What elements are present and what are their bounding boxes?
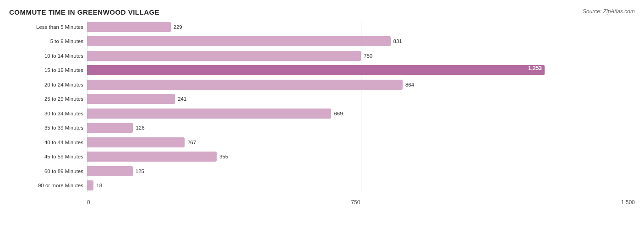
bar-row: 10 to 14 Minutes750 [9,49,635,62]
bar-label: 60 to 89 Minutes [9,168,87,174]
chart-container: COMMUTE TIME IN GREENWOOD VILLAGE Source… [0,0,644,239]
bar-fill [87,22,171,32]
bar-value: 1,253 [528,65,542,71]
bar-label: 30 to 34 Minutes [9,111,87,116]
bar-fill [87,51,361,61]
bar-track: 267 [87,136,635,149]
bar-fill [87,137,185,147]
bar-value: 267 [187,140,196,145]
x-label-0: 0 [87,199,90,206]
bar-label: 25 to 29 Minutes [9,96,87,102]
bar-value: 750 [364,53,372,59]
bar-label: 15 to 19 Minutes [9,67,87,73]
bar-fill: 1,253 [87,65,545,75]
bar-label: 40 to 44 Minutes [9,140,87,145]
bar-track: 18 [87,179,635,192]
bar-fill [87,94,175,104]
bar-label: 35 to 39 Minutes [9,125,87,130]
bar-track: 1,253 [87,64,635,76]
bar-row: 25 to 29 Minutes241 [9,92,635,105]
bar-fill [87,152,217,162]
bar-value: 125 [136,168,144,174]
bar-track: 669 [87,107,635,120]
bar-value: 18 [96,183,102,188]
bar-track: 355 [87,150,635,163]
bar-row: Less than 5 Minutes229 [9,21,635,33]
bar-fill [87,80,403,90]
grid-line-max [635,21,635,192]
bar-value: 355 [219,154,228,159]
bar-row: 5 to 9 Minutes831 [9,35,635,48]
bar-value: 831 [393,38,402,44]
bar-row: 90 or more Minutes18 [9,179,635,192]
bar-label: 45 to 59 Minutes [9,154,87,159]
chart-title: COMMUTE TIME IN GREENWOOD VILLAGE [9,8,159,16]
bars-area: Less than 5 Minutes2295 to 9 Minutes8311… [9,21,635,192]
bar-label: Less than 5 Minutes [9,24,87,30]
bar-label: 90 or more Minutes [9,183,87,188]
bar-track: 229 [87,21,635,33]
bar-row: 35 to 39 Minutes126 [9,121,635,134]
x-label-mid: 750 [351,199,360,206]
chart-source: Source: ZipAtlas.com [583,8,635,15]
bar-track: 750 [87,49,635,62]
bar-fill [87,166,133,176]
bar-value: 669 [334,111,343,116]
bar-label: 10 to 14 Minutes [9,53,87,59]
x-axis: 0 750 1,500 [87,193,635,206]
bar-row: 15 to 19 Minutes1,253 [9,64,635,76]
bar-track: 241 [87,92,635,105]
bar-row: 30 to 34 Minutes669 [9,107,635,120]
bar-row: 60 to 89 Minutes125 [9,165,635,178]
bar-fill [87,36,391,46]
bar-value: 864 [405,82,414,87]
chart-body: Less than 5 Minutes2295 to 9 Minutes8311… [9,21,635,206]
bar-label: 5 to 9 Minutes [9,38,87,44]
bar-value: 229 [174,24,182,30]
bar-value: 241 [178,96,186,102]
bar-track: 831 [87,35,635,48]
bar-track: 864 [87,78,635,91]
bar-value: 126 [136,125,144,130]
chart-header: COMMUTE TIME IN GREENWOOD VILLAGE Source… [9,8,635,16]
bar-fill [87,109,331,119]
bar-row: 45 to 59 Minutes355 [9,150,635,163]
bar-track: 126 [87,121,635,134]
bar-track: 125 [87,165,635,178]
bar-row: 40 to 44 Minutes267 [9,136,635,149]
bar-row: 20 to 24 Minutes864 [9,78,635,91]
bar-fill [87,180,93,190]
bar-fill [87,123,133,133]
x-label-max: 1,500 [621,199,635,206]
bar-label: 20 to 24 Minutes [9,82,87,87]
